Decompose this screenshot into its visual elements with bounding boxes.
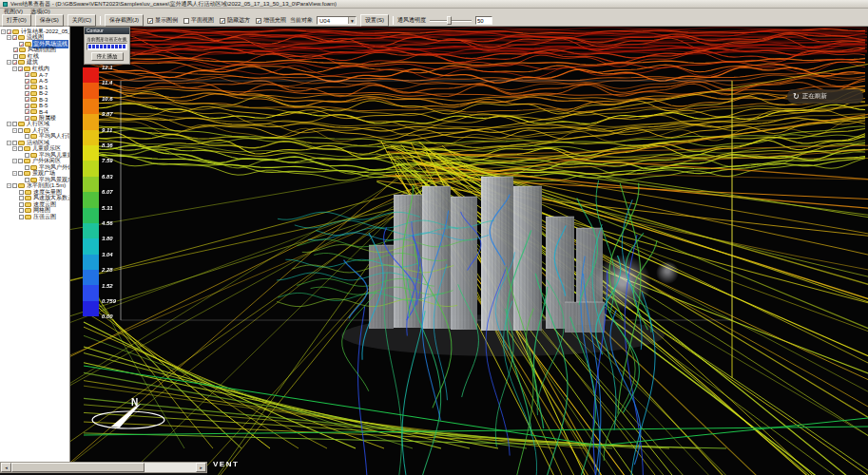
folder-icon	[24, 159, 30, 163]
folder-icon	[19, 54, 26, 59]
tree-item-label[interactable]: 压强云图	[32, 213, 57, 221]
tree-checkbox[interactable]	[19, 208, 24, 213]
expand-icon[interactable]: -	[7, 183, 11, 188]
streamline-scene-canvas[interactable]	[70, 27, 868, 475]
tree-checkbox[interactable]: ✓	[25, 97, 29, 102]
scrollbar-thumb[interactable]	[11, 463, 145, 472]
tree-checkbox[interactable]	[12, 183, 17, 188]
tree-checkbox[interactable]	[18, 146, 23, 151]
tree-checkbox[interactable]: ✓	[12, 60, 17, 65]
toolbar-checkbox-2[interactable]: ✓隐藏远方	[220, 16, 250, 25]
tree-checkbox[interactable]: ✓	[25, 72, 29, 77]
chevron-down-icon[interactable]: ▼	[348, 17, 356, 24]
tree-checkbox[interactable]	[19, 196, 24, 200]
tree-checkbox[interactable]	[18, 159, 23, 163]
window-titlebar[interactable]: Vent结果查看器 - (D:\GBSware\VENT2023\Samples…	[0, 0, 868, 9]
tree-checkbox[interactable]	[25, 153, 29, 158]
tree-checkbox[interactable]	[18, 171, 23, 176]
opacity-input[interactable]	[475, 16, 492, 25]
expand-icon[interactable]: -	[12, 66, 17, 71]
expand-icon[interactable]: -	[12, 171, 17, 176]
toolbar-checkbox-3[interactable]: ✓增强光照	[256, 16, 286, 25]
velocity-legend: 12.111.410.69.879.118.367.596.836.075.31…	[83, 67, 140, 316]
tree-checkbox[interactable]	[12, 122, 17, 126]
expand-icon[interactable]: -	[7, 35, 11, 40]
tree-item-label[interactable]: B-1	[38, 85, 48, 90]
legend-color-band	[83, 192, 99, 207]
vent-watermark: VENT	[213, 460, 239, 468]
expand-icon[interactable]: -	[7, 122, 11, 126]
checkbox-icon[interactable]: ✓	[147, 18, 153, 24]
tree-checkbox[interactable]: ✓	[25, 104, 29, 108]
toolbar: 打开(O) 保存(S) 关闭(C) 保存截图(J) ✓显示图例平面视图✓隐藏远方…	[0, 15, 868, 27]
checkbox-label: 平面视图	[191, 16, 214, 25]
stop-playback-button[interactable]: 停止播放	[91, 52, 124, 61]
slider-thumb[interactable]	[447, 16, 452, 25]
refreshing-status-pill[interactable]: ↻ 正在刷新	[787, 89, 863, 104]
tree-checkbox[interactable]	[12, 141, 17, 145]
toolbar-checkbox-1[interactable]: 平面视图	[183, 16, 214, 25]
opacity-label: 通风透明度	[397, 16, 426, 25]
legend-tick-value: 2.28	[102, 267, 113, 273]
folder-icon	[12, 29, 19, 34]
folder-icon	[25, 202, 31, 207]
tree-checkbox[interactable]	[19, 202, 24, 207]
open-button[interactable]: 打开(O)	[2, 14, 31, 27]
tree-checkbox[interactable]	[19, 190, 24, 195]
dialog-titlebar[interactable]: Contour	[85, 28, 129, 34]
folder-icon	[25, 190, 31, 195]
tree-checkbox[interactable]: ✓	[25, 85, 29, 89]
checkbox-icon[interactable]: ✓	[220, 18, 225, 24]
expand-icon[interactable]: -	[12, 159, 17, 163]
tree-checkbox[interactable]	[19, 215, 24, 219]
tree-checkbox[interactable]: ✓	[18, 66, 23, 71]
folder-icon	[18, 183, 25, 188]
expand-icon[interactable]: -	[1, 29, 6, 34]
current-object-dropdown[interactable]: U04 ▼	[317, 16, 357, 25]
save-screenshot-button[interactable]: 保存截图(J)	[105, 14, 144, 27]
tree-item[interactable]: 压强云图	[1, 214, 69, 220]
checkbox-icon[interactable]	[183, 18, 189, 24]
scroll-left-icon[interactable]: ◂	[1, 463, 11, 472]
save-button[interactable]: 保存(S)	[35, 14, 64, 27]
legend-tick-value: 3.04	[102, 252, 113, 257]
toolbar-checkbox-0[interactable]: ✓显示图例	[147, 16, 178, 25]
settings-button[interactable]: 设置(S)	[360, 14, 389, 27]
tree-checkbox[interactable]: ✓	[19, 42, 24, 47]
legend-tick-value: 6.07	[102, 189, 113, 195]
tree-item-label[interactable]: B-2	[38, 90, 48, 96]
tree-item-label[interactable]: B-3	[38, 97, 48, 103]
tree-checkbox[interactable]	[25, 165, 29, 170]
folder-icon	[24, 128, 30, 133]
tree-checkbox[interactable]: ✓	[25, 91, 29, 96]
tree-checkbox[interactable]: ✓	[12, 35, 17, 40]
legend-color-band	[83, 99, 99, 114]
tree-checkbox[interactable]: ✓	[25, 79, 29, 84]
tree-checkbox[interactable]: ✓	[25, 109, 29, 114]
tree-checkbox[interactable]: ✓	[13, 48, 18, 52]
expand-icon[interactable]: -	[7, 141, 11, 145]
expand-icon[interactable]: -	[12, 146, 17, 151]
tree-item-label[interactable]: A-5	[38, 78, 48, 84]
checkbox-icon[interactable]: ✓	[256, 18, 261, 24]
folder-icon	[30, 79, 37, 84]
legend-tick-value: 7.59	[102, 158, 113, 163]
checkbox-label: 隐藏远方	[227, 16, 250, 25]
tree-item-label[interactable]: A-7	[38, 72, 48, 78]
tree-checkbox[interactable]	[13, 54, 18, 59]
scrollbar-track[interactable]	[145, 463, 196, 472]
close-button[interactable]: 关闭(C)	[68, 14, 96, 27]
expand-icon[interactable]: -	[12, 128, 17, 133]
tree-checkbox[interactable]: ✓	[7, 29, 11, 34]
opacity-slider[interactable]	[430, 16, 472, 25]
legend-color-band	[83, 130, 99, 145]
scroll-right-icon[interactable]: ▸	[196, 463, 206, 472]
tree-item-label[interactable]: B-5	[38, 103, 48, 108]
viewport-3d[interactable]: 12.111.410.69.879.118.367.596.836.075.31…	[70, 27, 868, 475]
expand-icon[interactable]: -	[7, 60, 11, 65]
folder-icon	[24, 146, 30, 151]
current-object-value: U04	[318, 18, 348, 24]
tree-checkbox[interactable]	[18, 128, 23, 133]
folder-icon	[30, 91, 37, 96]
tree-hscrollbar[interactable]: ◂ ▸	[0, 462, 207, 473]
